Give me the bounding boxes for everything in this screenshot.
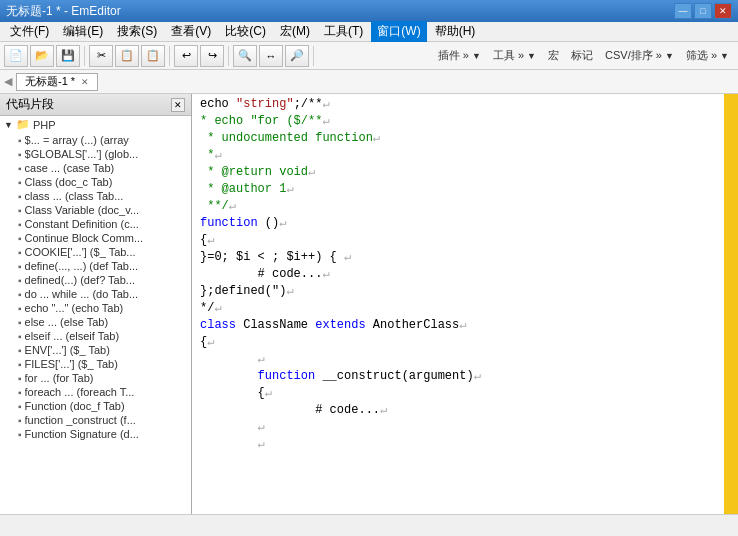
snippet-icon: ▪ (18, 331, 22, 342)
copy-button[interactable]: 📋 (115, 45, 139, 67)
new-button[interactable]: 📄 (4, 45, 28, 67)
tools-button[interactable]: 工具 » ▼ (488, 47, 541, 64)
undo-button[interactable]: ↩ (174, 45, 198, 67)
snippet-icon: ▪ (18, 247, 22, 258)
window-controls: — □ ✕ (674, 3, 732, 19)
snippet-icon: ▪ (18, 261, 22, 272)
menu-edit[interactable]: 编辑(E) (57, 21, 109, 42)
filter-dropdown-icon: ▼ (720, 51, 729, 61)
replace-button[interactable]: ↔ (259, 45, 283, 67)
tab-arrow-left[interactable]: ◀ (4, 75, 12, 88)
folder-icon: 📁 (16, 118, 30, 131)
list-item[interactable]: ▪ Constant Definition (c... (0, 217, 191, 231)
code-editor[interactable]: echo "string";/**↵ * echo "for ($/**↵ * … (192, 94, 738, 514)
paste-button[interactable]: 📋 (141, 45, 165, 67)
snippet-panel: 代码片段 ✕ ▼ 📁 PHP ▪ $... = array (...) (arr… (0, 94, 192, 514)
list-item[interactable]: ▪ defined(...) (def? Tab... (0, 273, 191, 287)
scroll-indicator (724, 94, 738, 514)
panel-close-button[interactable]: ✕ (171, 98, 185, 112)
snippet-icon: ▪ (18, 233, 22, 244)
plugins-dropdown-icon: ▼ (472, 51, 481, 61)
snippet-icon: ▪ (18, 177, 22, 188)
code-line: echo "string";/**↵ (200, 96, 734, 113)
snippet-icon: ▪ (18, 359, 22, 370)
snippet-icon: ▪ (18, 387, 22, 398)
list-item[interactable]: ▪ Class Variable (doc_v... (0, 203, 191, 217)
close-button[interactable]: ✕ (714, 3, 732, 19)
panel-title: 代码片段 (6, 96, 54, 113)
tab-toolbar: ◀ 无标题-1 * ✕ (0, 70, 738, 94)
save-button[interactable]: 💾 (56, 45, 80, 67)
cut-button[interactable]: ✂ (89, 45, 113, 67)
folder-expand-icon: ▼ (4, 120, 13, 130)
list-item[interactable]: ▪ echo "..." (echo Tab) (0, 301, 191, 315)
snippet-icon: ▪ (18, 415, 22, 426)
menu-file[interactable]: 文件(F) (4, 21, 55, 42)
code-line: * @return void↵ (200, 164, 734, 181)
list-item[interactable]: ▪ case ... (case Tab) (0, 161, 191, 175)
editor-panel: echo "string";/**↵ * echo "for ($/**↵ * … (192, 94, 738, 514)
list-item[interactable]: ▪ else ... (else Tab) (0, 315, 191, 329)
list-item[interactable]: ▪ $... = array (...) (array (0, 133, 191, 147)
list-item[interactable]: ▪ define(..., ...) (def Tab... (0, 259, 191, 273)
minimize-button[interactable]: — (674, 3, 692, 19)
list-item[interactable]: ▪ Continue Block Comm... (0, 231, 191, 245)
plugins-button[interactable]: 插件 » ▼ (433, 47, 486, 64)
list-item[interactable]: ▪ FILES['...'] ($_ Tab) (0, 357, 191, 371)
menu-search[interactable]: 搜索(S) (111, 21, 163, 42)
find-button[interactable]: 🔍 (233, 45, 257, 67)
list-item[interactable]: ▪ ENV['...'] ($_ Tab) (0, 343, 191, 357)
code-line: ↵ (200, 436, 734, 453)
editor-tab-close[interactable]: ✕ (81, 77, 89, 87)
list-item[interactable]: ▪ Function (doc_f Tab) (0, 399, 191, 413)
menu-view[interactable]: 查看(V) (165, 21, 217, 42)
title-bar: 无标题-1 * - EmEditor — □ ✕ (0, 0, 738, 22)
code-line: # code...↵ (200, 266, 734, 283)
code-line: **/↵ (200, 198, 734, 215)
code-line: ↵ (200, 351, 734, 368)
panel-header: 代码片段 ✕ (0, 94, 191, 116)
code-line: function ()↵ (200, 215, 734, 232)
list-item[interactable]: ▪ class ... (class Tab... (0, 189, 191, 203)
list-item[interactable]: ▪ do ... while ... (do Tab... (0, 287, 191, 301)
list-item[interactable]: ▪ elseif ... (elseif Tab) (0, 329, 191, 343)
code-line: {↵ (200, 232, 734, 249)
snippet-icon: ▪ (18, 191, 22, 202)
editor-tab-active[interactable]: 无标题-1 * ✕ (16, 73, 98, 91)
code-line: {↵ (200, 334, 734, 351)
list-item[interactable]: ▪ $GLOBALS['...'] (glob... (0, 147, 191, 161)
list-item[interactable]: ▪ foreach ... (foreach T... (0, 385, 191, 399)
snippet-icon: ▪ (18, 219, 22, 230)
menu-tools[interactable]: 工具(T) (318, 21, 369, 42)
status-text (6, 520, 9, 532)
macro-button[interactable]: 宏 (543, 47, 564, 64)
filter-button[interactable]: 筛选 » ▼ (681, 47, 734, 64)
list-item[interactable]: ▪ function _construct (f... (0, 413, 191, 427)
snippet-icon: ▪ (18, 373, 22, 384)
maximize-button[interactable]: □ (694, 3, 712, 19)
list-item[interactable]: ▪ Class (doc_c Tab) (0, 175, 191, 189)
snippet-icon: ▪ (18, 401, 22, 412)
app-title: 无标题-1 * - EmEditor (6, 3, 121, 20)
redo-button[interactable]: ↪ (200, 45, 224, 67)
csv-button[interactable]: CSV/排序 » ▼ (600, 47, 679, 64)
code-line: * echo "for ($/**↵ (200, 113, 734, 130)
menu-macro[interactable]: 宏(M) (274, 21, 316, 42)
sep3 (228, 46, 229, 66)
find-next-button[interactable]: 🔎 (285, 45, 309, 67)
snippet-icon: ▪ (18, 163, 22, 174)
menu-help[interactable]: 帮助(H) (429, 21, 482, 42)
list-item[interactable]: ▪ for ... (for Tab) (0, 371, 191, 385)
tree-folder-php[interactable]: ▼ 📁 PHP (0, 116, 191, 133)
mark-button[interactable]: 标记 (566, 47, 598, 64)
code-line: * @author 1↵ (200, 181, 734, 198)
menu-compare[interactable]: 比较(C) (219, 21, 272, 42)
snippet-tree: ▼ 📁 PHP ▪ $... = array (...) (array ▪ $G… (0, 116, 191, 514)
list-item[interactable]: ▪ Function Signature (d... (0, 427, 191, 441)
open-button[interactable]: 📂 (30, 45, 54, 67)
list-item[interactable]: ▪ COOKIE['...'] ($_ Tab... (0, 245, 191, 259)
snippet-icon: ▪ (18, 275, 22, 286)
snippet-icon: ▪ (18, 205, 22, 216)
snippet-icon: ▪ (18, 345, 22, 356)
menu-window[interactable]: 窗口(W) (371, 21, 426, 42)
